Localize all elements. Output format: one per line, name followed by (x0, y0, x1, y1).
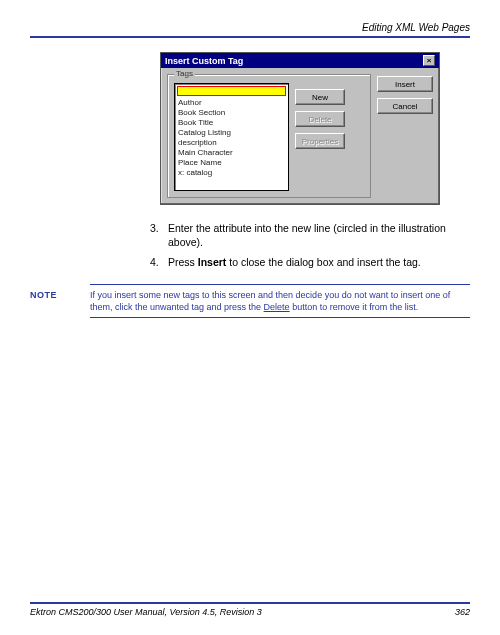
list-item[interactable]: Book Title (175, 118, 288, 128)
list-item[interactable]: Main Character (175, 148, 288, 158)
cancel-button[interactable]: Cancel (377, 98, 433, 114)
page-footer: Ektron CMS200/300 User Manual, Version 4… (30, 602, 470, 617)
groupbox-label: Tags (174, 69, 195, 78)
section-title: Editing XML Web Pages (362, 22, 470, 33)
instruction-item: 3. Enter the attribute into the new line… (150, 221, 470, 249)
instruction-item: 4. Press Insert to close the dialog box … (150, 255, 470, 269)
insert-button[interactable]: Insert (377, 76, 433, 92)
delete-button[interactable]: Delete (295, 111, 345, 127)
tags-listbox[interactable]: Author Book Section Book Title Catalog L… (174, 83, 289, 191)
list-item[interactable]: x: catalog (175, 168, 288, 178)
instruction-list: 3. Enter the attribute into the new line… (150, 221, 470, 270)
list-item[interactable]: Catalog Listing (175, 128, 288, 138)
dialog-titlebar: Insert Custom Tag × (161, 53, 439, 68)
dialog-title: Insert Custom Tag (165, 56, 243, 66)
page-header: Editing XML Web Pages (30, 22, 470, 36)
step-number: 3. (150, 221, 168, 249)
footer-left: Ektron CMS200/300 User Manual, Version 4… (30, 607, 262, 617)
list-item[interactable]: description (175, 138, 288, 148)
close-icon[interactable]: × (423, 55, 435, 66)
step-text: Enter the attribute into the new line (c… (168, 221, 470, 249)
new-tag-highlight[interactable] (177, 86, 286, 96)
list-item[interactable]: Place Name (175, 158, 288, 168)
footer-rule (30, 602, 470, 604)
list-item[interactable]: Book Section (175, 108, 288, 118)
note-label: NOTE (30, 289, 80, 313)
note-text: If you insert some new tags to this scre… (90, 289, 470, 313)
dialog-screenshot: Insert Custom Tag × Tags Author Book Sec… (160, 52, 470, 205)
insert-custom-tag-dialog: Insert Custom Tag × Tags Author Book Sec… (160, 52, 440, 205)
properties-button[interactable]: Properties (295, 133, 345, 149)
step-number: 4. (150, 255, 168, 269)
new-button[interactable]: New (295, 89, 345, 105)
list-item[interactable]: Author (175, 98, 288, 108)
header-rule (30, 36, 470, 38)
step-text: Press Insert to close the dialog box and… (168, 255, 470, 269)
tags-groupbox: Tags Author Book Section Book Title Cata… (167, 74, 371, 198)
note-block: NOTE If you insert some new tags to this… (30, 289, 470, 313)
note-rule-top (90, 284, 470, 285)
page-number: 362 (455, 607, 470, 617)
note-rule-bottom (90, 317, 470, 318)
